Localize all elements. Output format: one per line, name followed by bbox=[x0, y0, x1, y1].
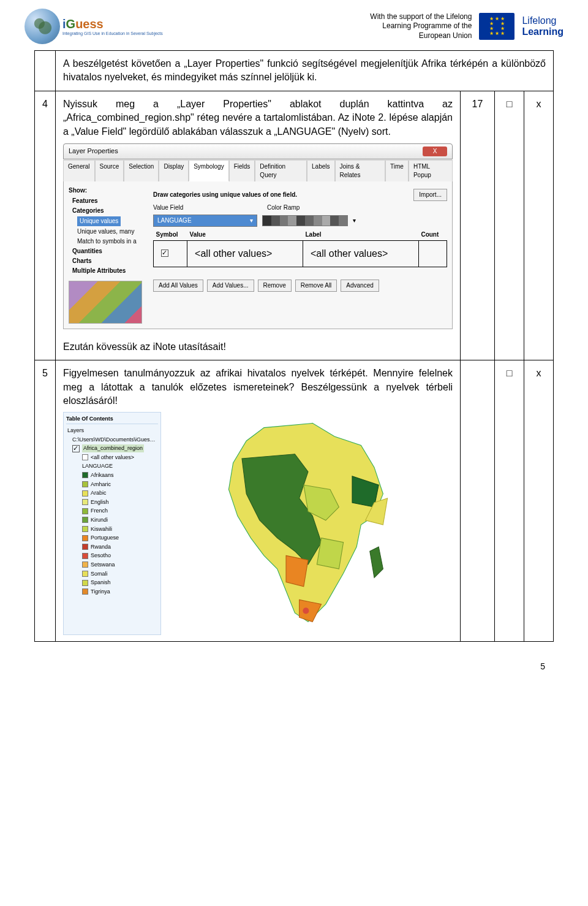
tab-joins-relates[interactable]: Joins & Relates bbox=[335, 160, 386, 181]
symbol-value: <all other values> bbox=[187, 240, 303, 267]
tab-fields[interactable]: Fields bbox=[229, 160, 255, 181]
col-label: Label bbox=[303, 229, 419, 241]
dialog-titlebar[interactable]: Layer Properties X bbox=[63, 143, 453, 159]
lifelong-bot: Learning bbox=[522, 26, 564, 37]
table-row: 4 Nyissuk meg a „Layer Properties" ablak… bbox=[35, 91, 554, 360]
step-content: Figyelmesen tanulmányozzuk az afrikai hi… bbox=[56, 360, 461, 641]
add-values-button[interactable]: Add Values... bbox=[207, 280, 254, 292]
legend-item[interactable]: English bbox=[66, 498, 158, 507]
legend-item[interactable]: Tigrinya bbox=[66, 587, 158, 596]
col-value: Value bbox=[187, 229, 303, 241]
step-content: Nyissuk meg a „Layer Properties" ablakot… bbox=[56, 91, 461, 360]
legend-label: English bbox=[91, 498, 109, 506]
tab-labels[interactable]: Labels bbox=[307, 160, 334, 181]
legend-item[interactable]: Amharic bbox=[66, 480, 158, 489]
swatch-icon bbox=[82, 553, 88, 559]
tab-symbology[interactable]: Symbology bbox=[189, 160, 228, 181]
right-panel: Draw categories using unique values of o… bbox=[153, 186, 447, 324]
eu-flag-icon bbox=[479, 13, 514, 40]
show-item[interactable]: Unique values bbox=[69, 216, 148, 227]
tab-definition-query[interactable]: Definition Query bbox=[255, 160, 307, 181]
legend-item[interactable]: Sesotho bbox=[66, 551, 158, 560]
tab-source[interactable]: Source bbox=[95, 160, 124, 181]
checkbox-icon[interactable] bbox=[72, 445, 80, 452]
follow-text: Ezután kövessük az iNote utasításait! bbox=[63, 340, 453, 354]
advanced-button[interactable]: Advanced bbox=[341, 280, 379, 292]
swatch-icon bbox=[82, 580, 88, 586]
swatch-icon bbox=[82, 588, 88, 595]
legend-item[interactable]: Spanish bbox=[66, 578, 158, 587]
x-col: x bbox=[524, 360, 554, 641]
import-button[interactable]: Import... bbox=[413, 189, 447, 201]
toc-layers[interactable]: Layers bbox=[66, 426, 158, 435]
step-text: A beszélgetést követően a „Layer Propert… bbox=[56, 51, 554, 91]
lifelong-logo: Lifelong Learning bbox=[522, 15, 564, 37]
show-item-selected: Unique values bbox=[77, 216, 121, 226]
remove-all-button[interactable]: Remove All bbox=[295, 280, 337, 292]
legend-label: Arabic bbox=[91, 489, 107, 497]
layer-properties-dialog: Layer Properties X General Source Select… bbox=[63, 143, 453, 329]
legend-item[interactable]: Somali bbox=[66, 569, 158, 579]
value-field-label: Value Field bbox=[153, 204, 208, 212]
show-item[interactable]: Match to symbols in a bbox=[69, 237, 148, 246]
value-field-select[interactable]: LANGUAGE ▾ bbox=[153, 215, 257, 227]
close-button[interactable]: X bbox=[423, 147, 447, 156]
show-item[interactable]: Multiple Attributes bbox=[69, 266, 148, 276]
legend-item[interactable]: Rwanda bbox=[66, 542, 158, 552]
symbol-label: <all other values> bbox=[303, 240, 419, 267]
toc-path[interactable]: C:\Users\WD\Documents\iGuess\Data\iGuess… bbox=[66, 435, 158, 444]
legend-label: Kirundi bbox=[91, 516, 108, 524]
tab-selection[interactable]: Selection bbox=[124, 160, 159, 181]
legend-label: Tigrinya bbox=[91, 588, 110, 596]
show-item[interactable]: Unique values, many bbox=[69, 227, 148, 237]
time-col: 17 bbox=[461, 91, 495, 360]
tab-display[interactable]: Display bbox=[159, 160, 189, 181]
add-all-values-button[interactable]: Add All Values bbox=[153, 280, 203, 292]
swatch-icon bbox=[82, 561, 88, 568]
swatch-icon bbox=[82, 526, 88, 532]
step-num bbox=[35, 51, 56, 91]
show-item[interactable]: Features bbox=[69, 196, 148, 206]
legend-label: French bbox=[91, 507, 108, 515]
legend-label: Amharic bbox=[91, 481, 111, 489]
swatch-icon bbox=[82, 508, 88, 514]
desc-row: Draw categories using unique values of o… bbox=[153, 189, 447, 201]
show-item[interactable]: Quantities bbox=[69, 246, 148, 256]
legend-label: Portuguese bbox=[91, 534, 119, 542]
legend-item[interactable]: Afrikaans bbox=[66, 471, 158, 480]
x-col: x bbox=[524, 91, 554, 360]
legend-item[interactable]: Arabic bbox=[66, 489, 158, 498]
show-item[interactable]: Categories bbox=[69, 206, 148, 216]
tab-general[interactable]: General bbox=[63, 160, 95, 181]
color-ramp-select[interactable] bbox=[262, 215, 348, 226]
legend-item[interactable]: Portuguese bbox=[66, 533, 158, 542]
legend-item[interactable]: Setswana bbox=[66, 560, 158, 569]
chevron-down-icon: ▾ bbox=[353, 216, 356, 225]
legend-item[interactable]: French bbox=[66, 506, 158, 516]
legend-item[interactable]: Kirundi bbox=[66, 516, 158, 525]
symbol-row[interactable]: <all other values> <all other values> bbox=[154, 240, 447, 267]
checkbox-icon[interactable] bbox=[161, 249, 168, 257]
lifelong-top: Lifelong bbox=[522, 15, 564, 26]
symbol-count bbox=[418, 240, 447, 267]
map-canvas bbox=[164, 412, 453, 635]
dialog-title: Layer Properties bbox=[69, 147, 118, 156]
tab-time[interactable]: Time bbox=[385, 160, 409, 181]
tab-html-popup[interactable]: HTML Popup bbox=[409, 160, 453, 181]
globe-icon bbox=[24, 9, 60, 44]
swatch-icon bbox=[82, 517, 88, 523]
legend-label: Spanish bbox=[91, 579, 111, 587]
show-panel: Show: Features Categories Unique values … bbox=[69, 186, 148, 324]
col-symbol: Symbol bbox=[154, 229, 187, 241]
remove-button[interactable]: Remove bbox=[258, 280, 292, 292]
toc-allother[interactable]: <all other values> bbox=[66, 453, 158, 462]
color-ramp-label: Color Ramp bbox=[267, 204, 300, 212]
legend-label: Sesotho bbox=[91, 552, 111, 560]
swatch-icon bbox=[82, 535, 88, 541]
field-inputs-row: LANGUAGE ▾ ▾ bbox=[153, 215, 447, 227]
legend-item[interactable]: Kiswahili bbox=[66, 525, 158, 534]
legend-label: Kiswahili bbox=[91, 525, 112, 533]
value-field-value: LANGUAGE bbox=[157, 216, 192, 225]
show-item[interactable]: Charts bbox=[69, 256, 148, 266]
toc-layer[interactable]: Africa_combined_region bbox=[66, 444, 158, 453]
